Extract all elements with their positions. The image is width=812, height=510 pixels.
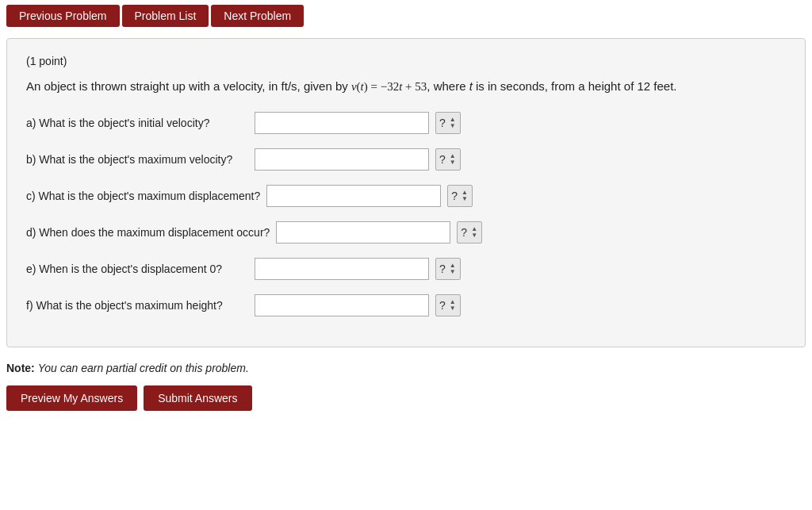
next-problem-button[interactable]: Next Problem [211, 5, 304, 27]
units-spinner-f: ?▲▼ [435, 294, 461, 316]
answer-input-b[interactable] [255, 148, 429, 171]
problem-container: (1 point) An object is thrown straight u… [6, 38, 806, 347]
spinner-down-b[interactable]: ▼ [449, 159, 457, 166]
points-label: (1 point) [26, 55, 786, 67]
spinner-down-e[interactable]: ▼ [449, 269, 457, 275]
unit-label-c: ? [451, 190, 458, 202]
unit-label-b: ? [439, 153, 446, 166]
answer-input-e[interactable] [255, 258, 429, 280]
formula: v(t) = −32t + 53 [351, 80, 427, 93]
problem-text: An object is thrown straight up with a v… [26, 77, 786, 96]
description-suffix: , where [427, 79, 469, 93]
answer-input-f[interactable] [255, 294, 429, 316]
prev-problem-button[interactable]: Previous Problem [6, 5, 120, 27]
spinner-arrows-d: ▲▼ [470, 226, 478, 239]
question-row-e: e) When is the object's displacement 0??… [26, 258, 786, 280]
preview-answers-button[interactable]: Preview My Answers [6, 385, 137, 411]
question-row-b: b) What is the object's maximum velocity… [26, 148, 786, 171]
question-row-d: d) When does the maximum displacement oc… [26, 221, 786, 243]
question-label-e: e) When is the object's displacement 0? [26, 263, 248, 275]
question-label-d: d) When does the maximum displacement oc… [26, 226, 270, 239]
question-label-b: b) What is the object's maximum velocity… [26, 153, 248, 166]
spinner-arrows-e: ▲▼ [449, 263, 457, 275]
unit-label-a: ? [439, 117, 446, 129]
spinner-arrows-f: ▲▼ [449, 299, 457, 312]
note-bold: Note: [6, 362, 35, 374]
spinner-down-d[interactable]: ▼ [470, 232, 478, 239]
note-text: You can earn partial credit on this prob… [38, 362, 249, 374]
units-spinner-c: ?▲▼ [447, 185, 473, 207]
answer-input-d[interactable] [276, 221, 450, 243]
question-row-c: c) What is the object's maximum displace… [26, 185, 786, 207]
note-section: Note: You can earn partial credit on thi… [0, 354, 812, 374]
spinner-arrows-b: ▲▼ [449, 153, 457, 166]
question-label-a: a) What is the object's initial velocity… [26, 117, 248, 129]
questions-container: a) What is the object's initial velocity… [26, 112, 786, 316]
problem-list-button[interactable]: Problem List [122, 5, 209, 27]
spinner-arrows-c: ▲▼ [461, 190, 469, 202]
spinner-down-f[interactable]: ▼ [449, 305, 457, 312]
bottom-buttons: Preview My Answers Submit Answers [0, 374, 812, 422]
question-label-c: c) What is the object's maximum displace… [26, 190, 260, 202]
question-label-f: f) What is the object's maximum height? [26, 299, 248, 312]
spinner-down-c[interactable]: ▼ [461, 196, 469, 202]
unit-label-e: ? [439, 263, 446, 275]
units-spinner-e: ?▲▼ [435, 258, 461, 280]
description-prefix: An object is thrown straight up with a v… [26, 79, 351, 93]
units-spinner-a: ?▲▼ [435, 112, 461, 134]
units-spinner-d: ?▲▼ [457, 221, 482, 243]
answer-input-c[interactable] [266, 185, 441, 207]
units-spinner-b: ?▲▼ [435, 148, 461, 171]
spinner-down-a[interactable]: ▼ [449, 123, 457, 129]
description-suffix2: is in seconds, from a height of 12 feet. [473, 79, 677, 93]
spinner-arrows-a: ▲▼ [449, 117, 457, 129]
question-row-f: f) What is the object's maximum height??… [26, 294, 786, 316]
unit-label-f: ? [439, 299, 446, 312]
nav-bar: Previous Problem Problem List Next Probl… [0, 0, 812, 32]
unit-label-d: ? [461, 226, 467, 239]
question-row-a: a) What is the object's initial velocity… [26, 112, 786, 134]
answer-input-a[interactable] [255, 112, 429, 134]
submit-answers-button[interactable]: Submit Answers [144, 385, 251, 411]
